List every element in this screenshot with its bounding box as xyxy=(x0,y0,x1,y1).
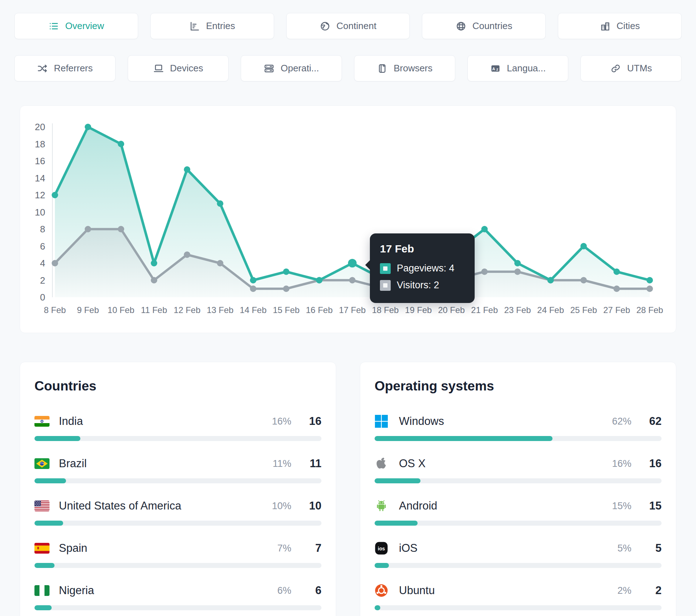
item-count: 7 xyxy=(291,542,321,555)
operating-systems-list: Windows 62% 62 OS X 16% 16 Android 15% 1… xyxy=(375,414,662,610)
tab-label: Referrers xyxy=(54,63,93,74)
progress-bar xyxy=(34,563,321,568)
list-item[interactable]: OS X 16% 16 xyxy=(375,457,662,483)
traffic-line-chart[interactable]: 024681012141618208 Feb9 Feb10 Feb11 Feb1… xyxy=(20,106,677,333)
list-item[interactable]: Spain 7% 7 xyxy=(34,541,321,568)
item-name: Android xyxy=(399,499,592,512)
svg-text:18: 18 xyxy=(35,139,45,150)
svg-text:11 Feb: 11 Feb xyxy=(141,305,167,315)
tab-overview[interactable]: Overview xyxy=(14,13,138,39)
item-percent: 16% xyxy=(252,416,291,427)
buildings-icon xyxy=(600,21,611,32)
tab-entries[interactable]: Entries xyxy=(150,13,274,39)
list-item[interactable]: India 16% 16 xyxy=(34,414,321,441)
svg-text:16: 16 xyxy=(35,156,45,166)
item-count: 16 xyxy=(631,457,662,470)
svg-text:z: z xyxy=(496,67,498,71)
svg-text:20 Feb: 20 Feb xyxy=(438,305,465,315)
item-percent: 15% xyxy=(592,501,631,512)
item-name: OS X xyxy=(399,457,592,470)
progress-bar xyxy=(375,521,662,526)
bar-chart-icon xyxy=(189,21,200,32)
flag-brazil-icon xyxy=(34,457,50,470)
svg-text:12 Feb: 12 Feb xyxy=(174,305,201,315)
item-name: Brazil xyxy=(59,457,252,470)
svg-text:14: 14 xyxy=(35,173,45,184)
countries-panel: Countries India 16% 16 Brazil 11% 11 Uni… xyxy=(20,362,336,616)
countries-list: India 16% 16 Brazil 11% 11 United States… xyxy=(34,414,321,610)
item-count: 62 xyxy=(631,415,662,428)
svg-text:6: 6 xyxy=(40,241,45,252)
svg-text:23 Feb: 23 Feb xyxy=(504,305,531,315)
svg-text:18 Feb: 18 Feb xyxy=(372,305,399,315)
tab-operating-systems[interactable]: Operati... xyxy=(241,55,342,81)
progress-bar xyxy=(34,478,321,483)
visitors-marker-icon xyxy=(380,280,391,291)
item-name: Spain xyxy=(59,542,252,555)
svg-text:25 Feb: 25 Feb xyxy=(570,305,597,315)
svg-text:10 Feb: 10 Feb xyxy=(108,305,135,315)
laptop-icon xyxy=(153,63,164,74)
progress-bar xyxy=(375,478,662,483)
tooltip-visitors-row: Visitors: 2 xyxy=(380,280,465,291)
item-count: 10 xyxy=(291,499,321,512)
svg-text:9 Feb: 9 Feb xyxy=(77,305,99,315)
list-item[interactable]: Android 15% 15 xyxy=(375,499,662,526)
svg-text:27 Feb: 27 Feb xyxy=(603,305,630,315)
tab-label: Overview xyxy=(65,20,104,32)
tab-referrers[interactable]: Referrers xyxy=(14,55,116,81)
progress-bar xyxy=(34,521,321,526)
tab-label: Devices xyxy=(170,63,203,74)
item-name: India xyxy=(59,415,252,428)
tab-utms[interactable]: UTMs xyxy=(580,55,682,81)
breakdown-panels: Countries India 16% 16 Brazil 11% 11 Uni… xyxy=(20,362,676,616)
tab-cities[interactable]: Cities xyxy=(558,13,682,39)
progress-fill xyxy=(34,521,63,526)
progress-fill xyxy=(375,563,389,568)
progress-fill xyxy=(375,478,420,483)
earth-icon xyxy=(320,21,330,32)
svg-text:20: 20 xyxy=(35,122,45,132)
item-name: United States of America xyxy=(59,499,252,512)
list-item[interactable]: Nigeria 6% 6 xyxy=(34,584,321,610)
svg-text:21 Feb: 21 Feb xyxy=(471,305,498,315)
traffic-chart-card: 024681012141618208 Feb9 Feb10 Feb11 Feb1… xyxy=(20,105,676,333)
os-osx-icon xyxy=(375,457,390,470)
progress-fill xyxy=(34,478,66,483)
svg-text:24 Feb: 24 Feb xyxy=(537,305,564,315)
list-item[interactable]: iOS 5% 5 xyxy=(375,541,662,568)
progress-bar xyxy=(375,605,662,610)
tab-continent[interactable]: Continent xyxy=(286,13,410,39)
link-icon xyxy=(610,63,621,74)
operating-systems-panel: Operating systems Windows 62% 62 OS X 16… xyxy=(360,362,676,616)
os-android-icon xyxy=(375,499,390,513)
svg-text:8: 8 xyxy=(40,224,45,234)
panel-title: Operating systems xyxy=(375,379,662,394)
tab-devices[interactable]: Devices xyxy=(128,55,229,81)
svg-text:15 Feb: 15 Feb xyxy=(273,305,300,315)
tab-label: Countries xyxy=(472,20,512,32)
progress-bar xyxy=(375,563,662,568)
flag-usa-icon xyxy=(34,499,50,513)
list-item[interactable]: Brazil 11% 11 xyxy=(34,457,321,483)
tab-label: Langua... xyxy=(507,63,546,74)
tab-label: UTMs xyxy=(627,63,652,74)
list-item[interactable]: United States of America 10% 10 xyxy=(34,499,321,526)
item-percent: 6% xyxy=(252,585,291,596)
item-percent: 16% xyxy=(592,458,631,469)
tab-label: Cities xyxy=(617,20,640,32)
progress-fill xyxy=(34,605,52,610)
tooltip-visitors-label: Visitors: 2 xyxy=(397,280,439,291)
item-count: 16 xyxy=(291,415,321,428)
list-item[interactable]: Ubuntu 2% 2 xyxy=(375,584,662,610)
item-count: 5 xyxy=(631,542,662,555)
server-icon xyxy=(264,63,274,74)
tab-browsers[interactable]: Browsers xyxy=(354,55,455,81)
tab-countries[interactable]: Countries xyxy=(422,13,546,39)
os-ios-icon xyxy=(375,541,390,555)
tab-languages[interactable]: A z Langua... xyxy=(467,55,569,81)
item-count: 11 xyxy=(291,457,321,470)
list-item[interactable]: Windows 62% 62 xyxy=(375,414,662,441)
tooltip-pageviews-label: Pageviews: 4 xyxy=(397,263,455,274)
svg-text:13 Feb: 13 Feb xyxy=(207,305,234,315)
